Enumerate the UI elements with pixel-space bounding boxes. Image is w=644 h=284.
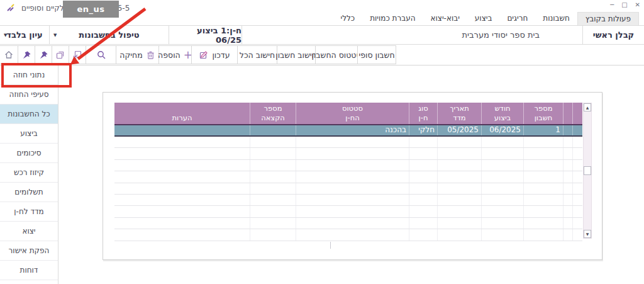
table-empty-row[interactable] bbox=[114, 183, 582, 195]
chevron-down-icon: ▼ bbox=[53, 33, 57, 38]
maximize-button[interactable]: □ bbox=[621, 1, 627, 8]
column-header[interactable]: תאריך מדד bbox=[437, 103, 481, 124]
account-status-button[interactable]: סטטוס החשבון bbox=[315, 45, 358, 64]
account-info-cell: ח-ן:1 ביצוע 06/25 bbox=[169, 26, 242, 44]
add-button[interactable]: הוספה + bbox=[158, 45, 192, 64]
table-cell[interactable]: 06/2025 bbox=[481, 125, 523, 135]
table-empty-cell bbox=[572, 195, 582, 205]
close-button[interactable]: ✕ bbox=[635, 1, 640, 8]
minimize-button[interactable]: ─ bbox=[610, 1, 614, 8]
sidebar-item-סעיפי החוזה[interactable]: סעיפי החוזה bbox=[0, 85, 58, 105]
update-button-label: עדכון bbox=[212, 50, 230, 60]
app-logo-icon bbox=[6, 3, 16, 13]
search-button[interactable] bbox=[86, 45, 116, 64]
sidebar-item-תשלומים[interactable]: תשלומים bbox=[0, 183, 58, 202]
table-empty-cell bbox=[114, 218, 250, 229]
table-empty-row[interactable] bbox=[114, 137, 582, 148]
menu-item-ביצוע[interactable]: ביצוע bbox=[467, 12, 500, 26]
table-empty-cell bbox=[437, 218, 481, 229]
calc-account-button[interactable]: חישוב חשבון bbox=[277, 45, 316, 64]
home-button[interactable] bbox=[0, 45, 18, 64]
export-button[interactable] bbox=[69, 45, 86, 64]
table-empty-cell bbox=[114, 229, 250, 240]
column-header[interactable]: סוג ח-ן bbox=[409, 103, 437, 124]
column-header[interactable]: מספר הקצאה bbox=[250, 103, 296, 124]
table-cell[interactable]: 1 bbox=[523, 125, 563, 135]
table-empty-cell bbox=[481, 148, 523, 159]
table-empty-cell bbox=[296, 183, 409, 194]
menu-item-כללי[interactable]: כללי bbox=[333, 12, 362, 26]
table-empty-cell bbox=[523, 183, 563, 194]
sidebar-item-ביצוע[interactable]: ביצוע bbox=[0, 124, 58, 144]
search-icon bbox=[96, 50, 106, 60]
update-button[interactable]: עדכון bbox=[191, 45, 238, 64]
copy-button[interactable] bbox=[52, 45, 69, 64]
table-cell[interactable] bbox=[250, 125, 296, 135]
copy-icon bbox=[55, 50, 65, 60]
table-empty-cell bbox=[481, 206, 523, 217]
table-cell[interactable]: חלקי bbox=[409, 125, 437, 135]
table-empty-cell bbox=[250, 195, 296, 205]
table-cell[interactable] bbox=[563, 125, 572, 135]
sidebar-item-קיזוז רכש[interactable]: קיזוז רכש bbox=[0, 163, 58, 183]
sidebar-item-דוחות[interactable]: דוחות bbox=[0, 261, 58, 280]
contractor-label: קבלן ראשי bbox=[593, 30, 634, 40]
column-header[interactable]: סטטוס הח-ן bbox=[296, 103, 409, 124]
triangle-up-icon: ▲ bbox=[586, 105, 589, 110]
delete-button[interactable]: מחיקה bbox=[116, 45, 159, 64]
table-empty-row[interactable] bbox=[114, 148, 582, 159]
sidebar-item-יצוא[interactable]: יצוא bbox=[0, 222, 58, 241]
table-empty-row[interactable] bbox=[114, 229, 582, 241]
table-empty-cell bbox=[437, 160, 481, 171]
table-empty-row[interactable] bbox=[114, 218, 582, 229]
table-empty-row[interactable] bbox=[114, 171, 582, 183]
menu-item-העברת כמויות[interactable]: העברת כמויות bbox=[362, 12, 423, 26]
column-header[interactable]: חודש ביצוע bbox=[481, 103, 523, 124]
table-cell[interactable]: 05/2025 bbox=[437, 125, 481, 135]
table-empty-cell bbox=[563, 137, 572, 147]
pin-button-1[interactable] bbox=[18, 45, 35, 64]
calc-all-button[interactable]: חישוב הכל bbox=[237, 45, 277, 64]
menu-item-פעולות בקובץ[interactable]: פעולות בקובץ bbox=[577, 12, 639, 26]
home-icon bbox=[4, 50, 14, 60]
table-empty-row[interactable] bbox=[114, 160, 582, 171]
table-empty-row[interactable] bbox=[114, 195, 582, 206]
handling-mode-dropdown[interactable]: ▼ טיפול בחשבונות bbox=[49, 26, 169, 44]
column-header[interactable] bbox=[572, 103, 582, 124]
menu-item-חריגים[interactable]: חריגים bbox=[499, 12, 535, 26]
scrollbar-thumb[interactable] bbox=[584, 166, 591, 175]
menu-item-יבוא-יצוא[interactable]: יבוא-יצוא bbox=[423, 12, 467, 26]
table-cell[interactable] bbox=[114, 125, 250, 135]
sidebar-item-הפקת אישור[interactable]: הפקת אישור bbox=[0, 241, 58, 261]
table-empty-cell bbox=[296, 171, 409, 182]
table-empty-row[interactable] bbox=[114, 206, 582, 217]
table-row[interactable]: 106/202505/2025חלקיבהכנה bbox=[114, 125, 582, 137]
table-empty-cell bbox=[572, 171, 582, 182]
final-account-button[interactable]: חשבון סופי bbox=[357, 45, 396, 64]
table-empty-cell bbox=[409, 148, 437, 159]
handling-mode-value: טיפול בחשבונות bbox=[79, 30, 139, 40]
table-empty-cell bbox=[437, 229, 481, 240]
table-empty-rows bbox=[114, 137, 582, 241]
column-divider-tick bbox=[330, 242, 331, 249]
sidebar-item-כל החשבונות[interactable]: כל החשבונות bbox=[0, 105, 58, 124]
pin-icon bbox=[22, 50, 31, 60]
table-empty-cell bbox=[481, 218, 523, 229]
sidebar-item-סיכומים[interactable]: סיכומים bbox=[0, 144, 58, 163]
table-cell[interactable]: בהכנה bbox=[296, 125, 409, 135]
view-mode-value: עיון בלבד bbox=[6, 30, 42, 40]
column-header[interactable]: מספר חשבון bbox=[523, 103, 563, 124]
annotation-highlight-box bbox=[1, 63, 72, 88]
table-empty-cell bbox=[250, 229, 296, 240]
view-mode-dropdown[interactable]: ▼ עיון בלבד bbox=[0, 26, 49, 44]
table-cell[interactable] bbox=[572, 125, 582, 135]
column-header[interactable]: הערות bbox=[114, 103, 250, 124]
column-header[interactable] bbox=[563, 103, 572, 124]
edit-icon bbox=[199, 50, 209, 60]
pin-button-2[interactable] bbox=[35, 45, 52, 64]
scroll-up-button[interactable]: ▲ bbox=[584, 103, 591, 111]
scroll-down-button[interactable]: ▼ bbox=[584, 230, 591, 238]
table-scrollbar[interactable]: ▲ ▼ bbox=[583, 103, 592, 239]
menu-item-חשבונות[interactable]: חשבונות bbox=[535, 12, 577, 26]
sidebar-item-מדד לח-ן[interactable]: מדד לח-ן bbox=[0, 202, 58, 222]
